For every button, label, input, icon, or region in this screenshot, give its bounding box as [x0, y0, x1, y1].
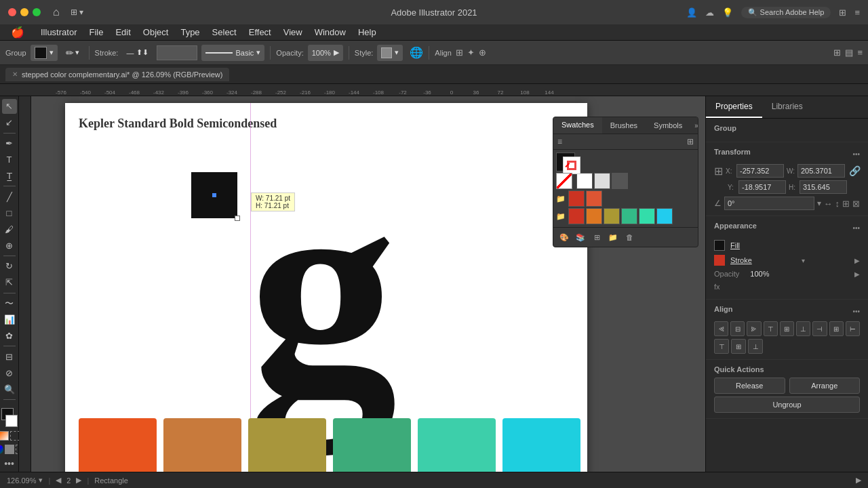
- discover-icon[interactable]: 💡: [722, 7, 733, 18]
- x-input[interactable]: [736, 164, 784, 178]
- appearance-more[interactable]: •••: [852, 224, 860, 232]
- swatch-y1[interactable]: [604, 208, 620, 224]
- y-input[interactable]: [738, 180, 786, 194]
- document-tab[interactable]: ✕ stepped color complementary.ai* @ 126.…: [5, 68, 229, 81]
- flip-v-icon[interactable]: ↕: [835, 199, 840, 209]
- swatch-g1[interactable]: [621, 208, 637, 224]
- menu-view[interactable]: View: [278, 26, 308, 39]
- transform-icon[interactable]: ⊞: [456, 47, 463, 58]
- background-color[interactable]: [5, 415, 18, 427]
- color-sq-tan[interactable]: [163, 418, 241, 472]
- grid-icon[interactable]: ⊞: [839, 7, 846, 18]
- tool-type[interactable]: T: [2, 152, 17, 167]
- swatch-t1[interactable]: [639, 208, 655, 224]
- menu-edit[interactable]: Edit: [110, 26, 136, 39]
- color-sq-khaki[interactable]: [248, 418, 326, 472]
- zoom-control[interactable]: 126.09% ▾: [7, 476, 43, 485]
- tab-close-icon[interactable]: ✕: [12, 70, 18, 78]
- apple-menu[interactable]: 🍎: [5, 24, 30, 40]
- angle-arrow[interactable]: ▾: [817, 199, 821, 208]
- align-top-btn[interactable]: ⊤: [764, 321, 778, 336]
- cloud-icon[interactable]: ☁: [705, 7, 714, 18]
- tool-paintbrush[interactable]: 🖌: [2, 222, 17, 237]
- tool-warp[interactable]: 〜: [2, 296, 17, 311]
- tool-pen[interactable]: ✒: [2, 136, 17, 151]
- workspace-icon[interactable]: ⊞ ▾: [71, 7, 83, 17]
- menu-illustrator[interactable]: Illustrator: [35, 26, 82, 39]
- swatch-r1[interactable]: [568, 208, 585, 224]
- tool-select[interactable]: ↖: [2, 99, 17, 114]
- sw-delete-btn[interactable]: 🗑: [623, 230, 636, 244]
- transform-extra-icon2[interactable]: ⊠: [852, 199, 860, 209]
- grid-view-icon[interactable]: ⊞: [833, 47, 841, 58]
- stroke-input[interactable]: [157, 45, 197, 60]
- align-right-btn[interactable]: ⫸: [747, 321, 761, 336]
- swatch-white[interactable]: [576, 173, 593, 189]
- align-bottom-btn[interactable]: ⊥: [796, 321, 810, 336]
- distribute-center-v-btn[interactable]: ⊞: [731, 339, 746, 354]
- tool-artboard[interactable]: ⊟: [2, 349, 17, 364]
- color-sq-orange[interactable]: [79, 418, 157, 472]
- draw-mode[interactable]: ✏ ▾: [62, 45, 83, 61]
- menu-effect[interactable]: Effect: [243, 26, 277, 39]
- account-icon[interactable]: 👤: [686, 7, 697, 18]
- canvas-area[interactable]: Kepler Standard Bold Semicondensed W: 71…: [19, 96, 705, 472]
- menu-select[interactable]: Select: [207, 26, 242, 39]
- traffic-lights[interactable]: [8, 8, 41, 16]
- tool-zoom[interactable]: 🔍: [2, 382, 17, 396]
- menu-help[interactable]: Help: [353, 26, 382, 39]
- swatch-red-2[interactable]: [586, 190, 602, 207]
- angle-input[interactable]: [724, 197, 814, 210]
- search-bar[interactable]: 🔍 Search Adobe Help: [741, 7, 831, 18]
- align-center-v-btn[interactable]: ⊞: [780, 321, 794, 336]
- transform-more[interactable]: •••: [852, 150, 860, 158]
- color-icon[interactable]: [0, 445, 3, 454]
- sw-grid-icon[interactable]: ⊞: [687, 137, 694, 146]
- close-button[interactable]: [8, 8, 16, 16]
- foreground-background-colors[interactable]: [0, 408, 19, 427]
- color-sq-teal[interactable]: [333, 418, 411, 472]
- stroke-expand[interactable]: ▾: [802, 257, 805, 264]
- sw-add-btn[interactable]: ⊞: [590, 230, 604, 244]
- tool-rect[interactable]: □: [2, 205, 17, 220]
- ungroup-button[interactable]: Ungroup: [714, 396, 860, 413]
- align-left-btn[interactable]: ⫷: [714, 321, 728, 336]
- distribute-center-h-btn[interactable]: ⊞: [829, 321, 844, 336]
- stroke-weight[interactable]: — ⬆⬇: [122, 45, 153, 61]
- tool-direct-select[interactable]: ↙: [2, 115, 17, 130]
- fill-swatch-appear[interactable]: [714, 240, 725, 251]
- tool-symbol[interactable]: ✿: [2, 329, 17, 344]
- expand-icon[interactable]: ⊕: [479, 47, 486, 58]
- stroke-style[interactable]: Basic ▾: [201, 45, 264, 61]
- tool-line[interactable]: ╱: [2, 189, 17, 204]
- swatch-red-1[interactable]: [568, 190, 585, 207]
- home-icon[interactable]: ⌂: [53, 6, 60, 18]
- swatch-dark-gray[interactable]: [612, 173, 628, 189]
- align-more[interactable]: •••: [852, 308, 860, 315]
- swatches-more[interactable]: »: [690, 119, 698, 132]
- color-sq-med-teal[interactable]: [418, 418, 496, 472]
- menu-icon[interactable]: ≡: [854, 7, 860, 18]
- distribute-top-btn[interactable]: ⊤: [714, 339, 729, 354]
- color-sq-cyan[interactable]: [502, 418, 580, 472]
- selected-rectangle[interactable]: W: 71.21 pt H: 71.21 pt: [191, 172, 237, 218]
- tool-blob[interactable]: ⊕: [2, 238, 17, 253]
- fullscreen-button[interactable]: [33, 8, 41, 16]
- swatch-c1[interactable]: [656, 208, 673, 224]
- tool-rotate[interactable]: ↻: [2, 259, 17, 274]
- resize-handle-se[interactable]: [235, 216, 240, 221]
- style-picker[interactable]: ▾: [377, 45, 403, 61]
- fill-color[interactable]: ▾: [31, 45, 58, 61]
- sw-color-mode-btn[interactable]: 🎨: [557, 230, 571, 244]
- w-input[interactable]: [797, 164, 845, 178]
- tab-brushes[interactable]: Brushes: [602, 118, 646, 133]
- none-swatch[interactable]: [10, 431, 20, 441]
- menu-type[interactable]: Type: [175, 26, 205, 39]
- opacity-control[interactable]: 100% ▶: [308, 45, 343, 61]
- tool-graph[interactable]: 📊: [2, 312, 17, 327]
- transform-extra-icon[interactable]: ⊞: [842, 199, 850, 209]
- tab-properties[interactable]: Properties: [706, 96, 762, 118]
- menu-object[interactable]: Object: [138, 26, 174, 39]
- swatch-light-gray[interactable]: [594, 173, 610, 189]
- fill-label[interactable]: Fill: [730, 241, 740, 249]
